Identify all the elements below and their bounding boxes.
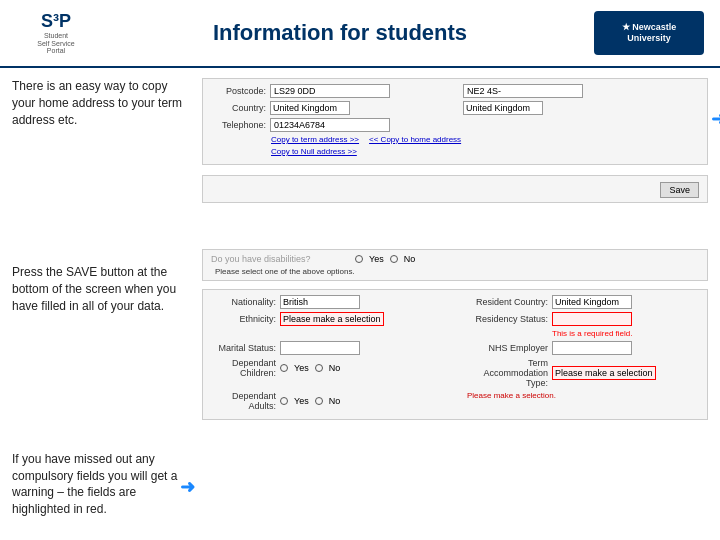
nationality-label: Nationality: — [211, 297, 276, 307]
nhs-label: NHS Employer — [463, 343, 548, 353]
dependant-adult-label: Dependant Adults: — [211, 391, 276, 411]
arrow-copy: ➜ — [711, 108, 720, 130]
copy-address-description: There is an easy way to copy your home a… — [12, 78, 192, 128]
copy-links-row: Copy to term address >> << Copy to home … — [271, 135, 699, 144]
dep-children-no-radio[interactable] — [315, 364, 323, 372]
no-label: No — [404, 254, 416, 264]
yes-radio[interactable] — [355, 255, 363, 263]
postcode-right — [463, 84, 699, 101]
no-radio[interactable] — [390, 255, 398, 263]
telephone-label: Telephone: — [211, 120, 266, 130]
page-header: S³P StudentSelf ServicePortal Informatio… — [0, 0, 720, 68]
bottom-form-area: Nationality: British Resident Country: U… — [202, 289, 708, 420]
ethnicity-row: Ethnicity: Please make a selection Resid… — [211, 312, 699, 341]
nhs-select[interactable] — [552, 341, 632, 355]
s3p-sub-text: StudentSelf ServicePortal — [37, 32, 74, 55]
newcastle-logo: ★ NewcastleUniversity — [594, 11, 704, 55]
main-content: There is an easy way to copy your home a… — [0, 68, 720, 538]
copy-null-row: Copy to Null address >> — [271, 147, 699, 156]
save-button-description: Press the SAVE button at the bottom of t… — [12, 264, 192, 314]
marital-label: Marital Status: — [211, 343, 276, 353]
save-button[interactable]: Save — [660, 182, 699, 198]
dep-children-no-label: No — [329, 363, 341, 373]
s3p-logo-area: S³P StudentSelf ServicePortal — [16, 8, 96, 58]
disability-label: Do you have disabilities? — [211, 254, 351, 264]
compulsory-fields-description: If you have missed out any compulsory fi… — [12, 451, 192, 518]
country-right: United Kingdom — [463, 101, 699, 118]
arrow-required: ➜ — [180, 476, 195, 498]
term-accommodation-error: Please make a selection. — [463, 391, 699, 400]
ethnicity-label: Ethnicity: — [211, 314, 276, 324]
term-accommodation-select[interactable]: Please make a selection — [552, 366, 656, 380]
spacer — [202, 211, 708, 241]
country-row: Country: United Kingdom United Kingdom — [211, 101, 699, 118]
dep-adult-no-label: No — [329, 396, 341, 406]
postcode-row: Postcode: — [211, 84, 699, 101]
newcastle-logo-text: ★ NewcastleUniversity — [622, 22, 677, 44]
dep-adult-yes-label: Yes — [294, 396, 309, 406]
page-title: Information for students — [96, 20, 584, 46]
copy-null-link[interactable]: Copy to Null address >> — [271, 147, 357, 156]
residency-select[interactable] — [552, 312, 632, 326]
dependant-adults-row: Dependant Adults: Yes No Please make a s… — [211, 391, 699, 414]
nationality-row: Nationality: British Resident Country: U… — [211, 295, 699, 312]
nationality-select[interactable]: British — [280, 295, 360, 309]
copy-term-link[interactable]: Copy to term address >> — [271, 135, 359, 144]
save-button-text-block: Press the SAVE button at the bottom of t… — [12, 264, 192, 314]
dep-children-yes-radio[interactable] — [280, 364, 288, 372]
dep-adult-no-radio[interactable] — [315, 397, 323, 405]
copy-home-link[interactable]: << Copy to home address — [369, 135, 461, 144]
country-left: Country: United Kingdom — [211, 101, 447, 118]
country-select-right[interactable]: United Kingdom — [463, 101, 543, 115]
telephone-row: Telephone: — [211, 118, 699, 132]
top-form-area: Postcode: Country: United Kingdom — [202, 78, 708, 165]
save-area: Save — [202, 175, 708, 203]
residency-error-msg: This is a required field. — [552, 329, 632, 338]
telephone-input[interactable] — [270, 118, 390, 132]
marital-row: Marital Status: NHS Employer — [211, 341, 699, 358]
postcode-label: Postcode: — [211, 86, 266, 96]
disability-row: Do you have disabilities? Yes No — [211, 254, 699, 264]
resident-country-label: Resident Country: — [463, 297, 548, 307]
postcode-input-left[interactable] — [270, 84, 390, 98]
dep-children-yes-label: Yes — [294, 363, 309, 373]
dependant-row: Dependant Children: Yes No Term Accommod… — [211, 358, 699, 391]
newcastle-logo-area: ★ NewcastleUniversity — [584, 8, 704, 58]
yes-label: Yes — [369, 254, 384, 264]
postcode-input-right[interactable] — [463, 84, 583, 98]
marital-select[interactable] — [280, 341, 360, 355]
postcode-left: Postcode: — [211, 84, 447, 101]
yes-no-area: Do you have disabilities? Yes No Please … — [202, 249, 708, 281]
left-column: There is an easy way to copy your home a… — [12, 78, 192, 528]
residency-label: Residency Status: — [463, 314, 548, 324]
save-form-area: Save — [202, 175, 708, 203]
copy-address-text-block: There is an easy way to copy your home a… — [12, 78, 192, 128]
s3p-logo: S³P — [41, 11, 71, 32]
dep-adult-yes-radio[interactable] — [280, 397, 288, 405]
ethnicity-select[interactable]: Please make a selection — [280, 312, 384, 326]
country-label: Country: — [211, 103, 266, 113]
dependant-children-label: Dependant Children: — [211, 358, 276, 378]
please-select-msg: Please select one of the above options. — [215, 267, 699, 276]
right-column: Postcode: Country: United Kingdom — [202, 78, 708, 528]
resident-country-select[interactable]: United Kingdom — [552, 295, 632, 309]
yes-no-group: Yes No — [355, 254, 415, 264]
compulsory-fields-text-block: If you have missed out any compulsory fi… — [12, 451, 192, 518]
country-select-left[interactable]: United Kingdom — [270, 101, 350, 115]
term-accommodation-label: Term Accommodation Type: — [463, 358, 548, 388]
